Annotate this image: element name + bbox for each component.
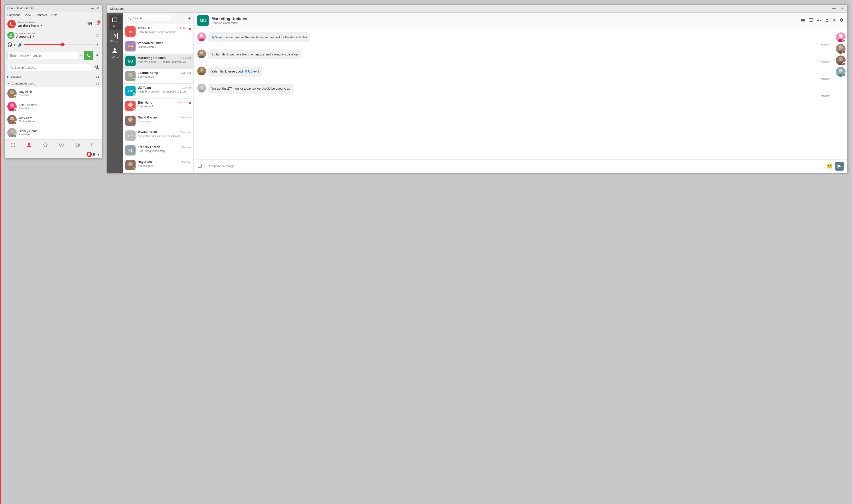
menu-view[interactable]: View — [25, 13, 31, 17]
call-button[interactable] — [84, 51, 93, 60]
compose-send-button[interactable] — [835, 162, 844, 170]
compose-attach-button[interactable] — [197, 163, 202, 169]
counterpath-group-header[interactable]: ▼ Counterpath Users 15 — [5, 80, 102, 87]
conv-item-uxteam[interactable]: UT UX Team 9:05 AM Allen: Presentation h… — [123, 84, 194, 98]
headset-icon[interactable]: 🎧 ▼ — [7, 42, 16, 47]
menu-bar: Softphone View Contacts Help — [5, 12, 102, 18]
marketing-content: Marketing Updates 10:32 AM Kerr: We got … — [138, 56, 191, 64]
right-avatar-1 — [836, 32, 846, 42]
joanne-content: Joanne Kemp 10:15 AM See you there — [138, 71, 191, 78]
all-active-bar — [108, 15, 109, 30]
compose-emoji-button[interactable]: 😊 — [827, 163, 833, 169]
add-contact-button[interactable] — [94, 65, 99, 71]
contacts-icon-btn[interactable] — [87, 21, 92, 27]
amy-kerr-info: Amy Kerr On the Phone — [19, 116, 99, 123]
svg-point-38 — [200, 85, 203, 89]
sidebar-nav-people[interactable]: PEOPLE — [108, 46, 122, 60]
svg-point-15 — [13, 146, 13, 147]
nav-favorites[interactable] — [41, 141, 50, 148]
contact-item-amy-kerr[interactable]: Amy Kerr On the Phone — [5, 113, 102, 126]
svg-point-26 — [128, 162, 133, 166]
uxteam-name: UX Team — [138, 86, 151, 89]
messages-close-button[interactable]: ✕ — [841, 6, 844, 11]
conv-item-rayconv[interactable]: Ray Allen Monday Sounds good — [123, 158, 194, 173]
dial-more-button[interactable]: ▼ — [95, 53, 99, 58]
msg-time-2: Monday — [209, 60, 831, 63]
more-options-button[interactable]: ••• — [816, 18, 821, 23]
chat-header-subtitle: Connext Conference — [212, 21, 798, 25]
dial-input[interactable] — [7, 52, 78, 59]
contact-item-sidney-harris[interactable]: Sidney Harris Available — [5, 126, 102, 139]
messages-panel: Messages — ✕ ALL — [107, 4, 848, 173]
sidebar-nav-all[interactable]: ALL — [108, 15, 122, 30]
account-name-value[interactable]: Account 1 ▼ — [16, 35, 36, 38]
compose-input[interactable] — [204, 162, 824, 170]
nav-history[interactable] — [57, 141, 66, 148]
video-call-button[interactable] — [800, 18, 805, 24]
townhall-unread-dot — [188, 28, 191, 30]
chat-content-area: @Dave , do we have all the machines we n… — [194, 29, 847, 159]
conv-item-product[interactable]: PP Product POR Yesterday Astrid: New doc… — [123, 128, 194, 143]
nav-screen[interactable] — [89, 141, 98, 148]
rayconv-content: Ray Allen Monday Sounds good — [138, 160, 191, 167]
search-contacts-input[interactable] — [7, 64, 92, 71]
svg-point-24 — [128, 118, 133, 122]
nav-dialpad[interactable] — [8, 141, 17, 148]
right-avatars-strip — [834, 29, 847, 159]
townhall-header: Town Hall 11:05 AM — [138, 26, 186, 30]
conv-item-marketing[interactable]: MU Marketing Updates 10:32 AM Kerr: We g… — [123, 54, 194, 69]
menu-softphone[interactable]: Softphone — [7, 13, 20, 17]
conv-item-townhall[interactable]: TH Town Hall 11:05 AM Ellen: Reminder, n… — [123, 24, 194, 39]
david-header: David Garcia Yesterday — [138, 115, 191, 119]
conv-item-david[interactable]: David Garcia Yesterday Sounds good! — [123, 113, 194, 128]
chat-header: MU Marketing Updates Connext Conference — [194, 13, 847, 29]
vancouver-header: Vancouver Office — [138, 41, 191, 45]
settings-button[interactable] — [839, 18, 844, 23]
conv-add-button[interactable]: + — [188, 16, 191, 21]
nav-contacts[interactable] — [25, 141, 34, 148]
conv-item-francis[interactable]: FT Francis Theron Monday Sure, bring you… — [123, 143, 194, 158]
menu-help[interactable]: Help — [52, 13, 57, 17]
townhall-content: Town Hall 11:05 AM Ellen: Reminder, next… — [138, 26, 186, 34]
messages-minimize-button[interactable]: — — [832, 6, 836, 11]
svg-point-35 — [200, 68, 203, 72]
minimize-button[interactable]: — — [91, 6, 94, 10]
presence-value[interactable]: On the Phone ▼ — [18, 24, 42, 28]
townhall-time: 11:05 AM — [176, 27, 186, 30]
presence-status-area: Presence Status On the Phone ▼ 2 — [5, 18, 102, 30]
buddies-group-header[interactable]: ▶ Buddies 11 — [5, 73, 102, 80]
chat-header-actions: ••• — [800, 18, 844, 24]
conv-item-erichong[interactable]: Eric Hong 8:32 AM Can we talk? — [123, 98, 194, 113]
rooms-icon: R — [112, 33, 118, 39]
audio-dropdown-arrow[interactable]: ▼ — [96, 43, 99, 47]
product-content: Product POR Yesterday Astrid: New docs a… — [138, 130, 191, 138]
contact-item-ray-allen[interactable]: Ray Allen Available — [5, 87, 102, 100]
francis-name: Francis Theron — [138, 145, 160, 149]
speaker-icon[interactable]: 🔊 — [18, 42, 23, 47]
svg-point-22 — [128, 103, 133, 107]
softphone-title-bar: Bria - David Garcia — ✕ — [5, 5, 102, 12]
erichong-preview: Can we talk? — [138, 105, 186, 108]
messages-icon-btn[interactable]: 2 — [94, 21, 99, 27]
dial-area: ▼ ▼ — [5, 49, 102, 62]
sidebar-nav-rooms[interactable]: R ROOMS — [108, 31, 122, 44]
svg-point-16 — [14, 146, 15, 147]
volume-slider[interactable] — [24, 44, 94, 45]
screen-share-button[interactable] — [809, 18, 813, 24]
rayconv-preview: Sounds good — [138, 164, 191, 167]
conv-search-input[interactable] — [125, 15, 173, 22]
rayconv-avatar-wrap — [125, 160, 135, 170]
nav-globe[interactable] — [73, 141, 82, 148]
dial-dropdown-arrow[interactable]: ▼ — [80, 54, 82, 57]
right-avatar-dot-4 — [842, 74, 846, 77]
conv-item-joanne[interactable]: Joanne Kemp 10:15 AM See you there — [123, 69, 194, 84]
conv-item-vancouver[interactable]: VO 🔒 Vancouver Office Joined March 3 — [123, 39, 194, 54]
close-button[interactable]: ✕ — [96, 6, 99, 10]
sidney-harris-info: Sidney Harris Available — [19, 129, 99, 136]
voicemail-icon[interactable]: ⌇⌇ — [95, 33, 99, 38]
dollar-button[interactable] — [832, 18, 836, 23]
menu-contacts[interactable]: Contacts — [36, 13, 47, 17]
contact-item-lisa-corazon[interactable]: Lisa Corazon Available — [5, 100, 102, 113]
msg-bubble-wrap-1: @Dave , do we have all the machines we n… — [209, 32, 831, 46]
add-member-button[interactable] — [824, 18, 829, 23]
